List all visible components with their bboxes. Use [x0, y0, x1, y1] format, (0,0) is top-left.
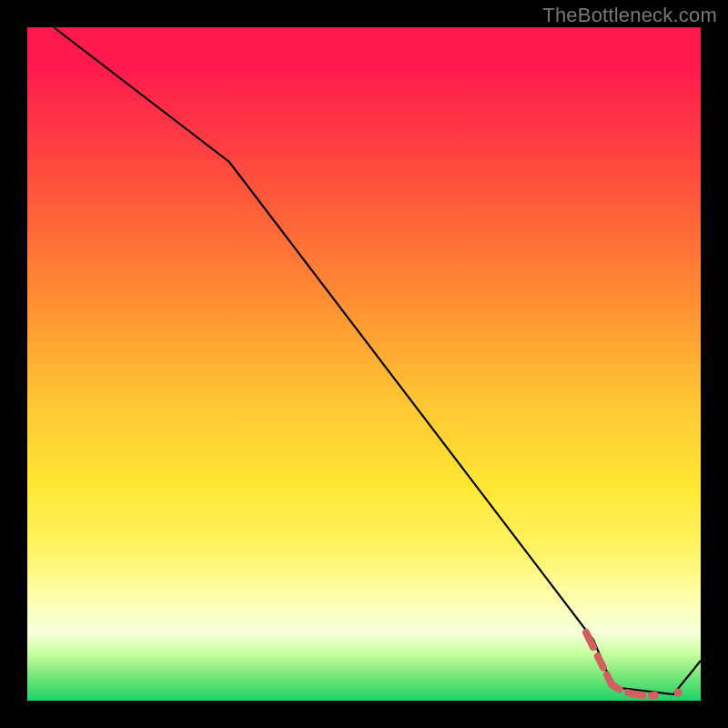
watermark-text: TheBottleneck.com — [542, 4, 717, 27]
highlight-dashed — [586, 632, 655, 695]
series-curve — [54, 27, 701, 694]
end-dot — [674, 689, 682, 697]
chart-frame: TheBottleneck.com — [0, 0, 728, 728]
plot-overlay — [27, 27, 701, 701]
